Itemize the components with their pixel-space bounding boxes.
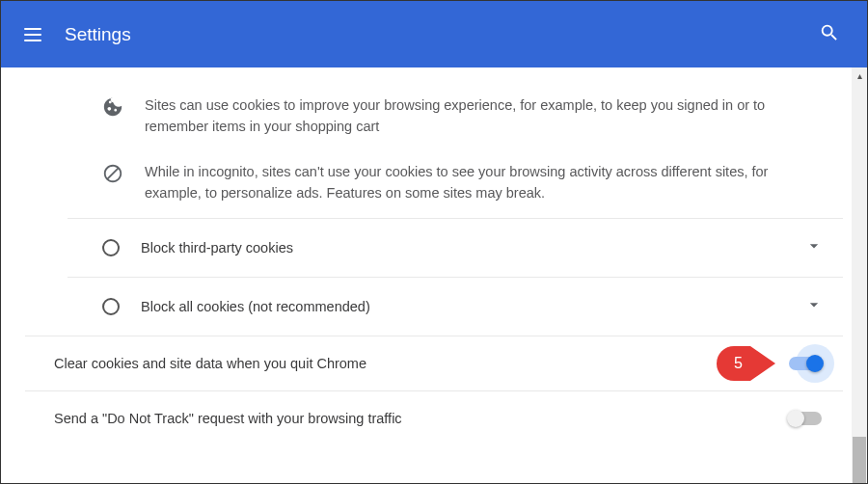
cookies-info-block: Sites can use cookies to improve your br… — [25, 67, 843, 151]
chevron-down-icon — [804, 236, 824, 259]
page-title: Settings — [65, 24, 131, 45]
clear-on-quit-row: Clear cookies and site data when you qui… — [25, 336, 843, 390]
radio-unchecked-icon — [102, 298, 120, 315]
cookie-icon — [102, 96, 123, 118]
header-left: Settings — [20, 24, 131, 45]
annotation-number: 5 — [717, 346, 750, 381]
block-third-party-option[interactable]: Block third-party cookies — [68, 218, 843, 277]
annotation-pointer-icon — [750, 346, 775, 381]
step-annotation: 5 — [717, 346, 775, 381]
incognito-info-text: While in incognito, sites can't use your… — [145, 161, 795, 204]
incognito-info-block: While in incognito, sites can't use your… — [25, 151, 843, 218]
scroll-up-arrow-icon[interactable]: ▴ — [852, 67, 867, 83]
block-all-option[interactable]: Block all cookies (not recommended) — [68, 277, 843, 336]
clear-on-quit-label: Clear cookies and site data when you qui… — [54, 356, 789, 371]
radio-unchecked-icon — [102, 239, 120, 256]
block-third-party-label: Block third-party cookies — [141, 240, 804, 255]
do-not-track-label: Send a "Do Not Track" request with your … — [54, 411, 789, 426]
do-not-track-row: Send a "Do Not Track" request with your … — [25, 390, 843, 445]
cookies-info-text: Sites can use cookies to improve your br… — [145, 94, 795, 138]
scrollbar-thumb[interactable] — [853, 437, 866, 483]
do-not-track-toggle[interactable] — [789, 412, 822, 425]
block-all-label: Block all cookies (not recommended) — [141, 299, 804, 314]
scrollbar[interactable]: ▴ — [852, 67, 867, 483]
clear-on-quit-toggle[interactable] — [789, 357, 822, 370]
menu-icon[interactable] — [20, 24, 45, 45]
settings-panel: Sites can use cookies to improve your br… — [25, 67, 843, 445]
settings-header: Settings — [1, 1, 867, 67]
block-icon — [102, 163, 123, 184]
content-area: Sites can use cookies to improve your br… — [1, 67, 867, 483]
search-icon[interactable] — [811, 14, 848, 55]
chevron-down-icon — [804, 295, 824, 318]
